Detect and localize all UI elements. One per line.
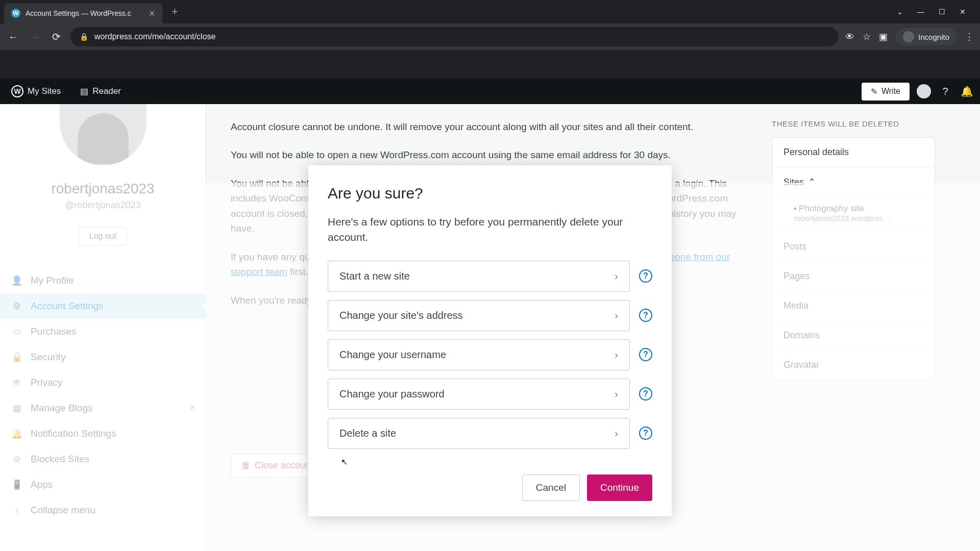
help-circle-icon[interactable]: ?: [639, 387, 652, 400]
menu-icon[interactable]: ⋮: [965, 31, 974, 42]
window-controls: ⌄ — ☐ ✕: [897, 8, 976, 16]
wordpress-favicon: W: [11, 9, 20, 18]
lock-icon: 🔒: [80, 33, 88, 41]
app-body: robertjonas2023 @robertjonas2023 Log out…: [0, 104, 980, 551]
tab-title: Account Settings — WordPress.c: [26, 9, 143, 17]
modal-actions: Cancel Continue: [328, 474, 652, 501]
window-maximize[interactable]: ☐: [939, 8, 945, 16]
masterbar: W My Sites ▤ Reader ✎ Write ? 🔔: [0, 79, 980, 104]
url-text: wordpress.com/me/account/close: [94, 32, 215, 41]
address-bar: ← → ⟳ 🔒 wordpress.com/me/account/close 👁…: [0, 23, 980, 50]
back-button[interactable]: ←: [6, 30, 20, 44]
reader-icon: ▤: [80, 86, 88, 97]
option-change-username[interactable]: Change your username ›: [328, 339, 630, 370]
tab-close-icon[interactable]: ✕: [149, 9, 155, 18]
window-minimize[interactable]: —: [917, 8, 924, 16]
help-circle-icon[interactable]: ?: [639, 269, 652, 283]
eye-off-icon[interactable]: 👁: [845, 32, 854, 42]
chevron-down-icon[interactable]: ⌄: [897, 8, 903, 16]
modal-title: Are you sure?: [328, 185, 652, 202]
url-input[interactable]: 🔒 wordpress.com/me/account/close: [70, 27, 838, 46]
incognito-badge[interactable]: Incognito: [896, 28, 957, 45]
chevron-right-icon: ›: [615, 310, 618, 321]
tab-bar: W Account Settings — WordPress.c ✕ + ⌄ —…: [0, 0, 980, 23]
write-label: Write: [881, 87, 900, 96]
option-delete-site[interactable]: Delete a site ›: [328, 418, 630, 449]
reload-button[interactable]: ⟳: [49, 30, 63, 44]
masterbar-my-sites[interactable]: W My Sites: [6, 85, 66, 97]
option-label: Start a new site: [339, 270, 410, 282]
browser-spacer: [0, 60, 980, 79]
chevron-right-icon: ›: [615, 428, 618, 439]
option-change-site-address[interactable]: Change your site's address ›: [328, 300, 630, 331]
wordpress-logo-icon: W: [11, 85, 23, 97]
new-tab-button[interactable]: +: [172, 5, 178, 18]
cancel-button[interactable]: Cancel: [522, 474, 580, 501]
chevron-right-icon: ›: [615, 388, 618, 400]
bookmark-icon[interactable]: ☆: [863, 31, 871, 42]
modal-backdrop[interactable]: Are you sure? Here's a few options to tr…: [0, 104, 980, 551]
continue-button[interactable]: Continue: [587, 474, 652, 501]
help-circle-icon[interactable]: ?: [639, 309, 652, 322]
help-icon[interactable]: ?: [938, 84, 952, 98]
option-label: Change your username: [339, 349, 446, 361]
option-change-password[interactable]: Change your password ›: [328, 379, 630, 410]
write-button[interactable]: ✎ Write: [862, 83, 910, 101]
confirm-close-modal: Are you sure? Here's a few options to tr…: [308, 165, 672, 516]
option-label: Change your password: [339, 388, 445, 400]
window-close[interactable]: ✕: [960, 8, 966, 16]
user-avatar[interactable]: [917, 84, 931, 98]
browser-chrome: W Account Settings — WordPress.c ✕ + ⌄ —…: [0, 0, 980, 60]
reader-label: Reader: [92, 86, 121, 96]
browser-tab[interactable]: W Account Settings — WordPress.c ✕: [4, 3, 162, 23]
option-label: Change your site's address: [339, 310, 463, 321]
option-start-new-site[interactable]: Start a new site ›: [328, 261, 630, 292]
incognito-label: Incognito: [918, 33, 949, 41]
help-circle-icon[interactable]: ?: [639, 427, 652, 440]
help-circle-icon[interactable]: ?: [639, 348, 652, 361]
forward-button[interactable]: →: [28, 30, 42, 44]
option-label: Delete a site: [339, 428, 396, 439]
chevron-right-icon: ›: [615, 270, 618, 282]
extensions-icon[interactable]: ▣: [879, 31, 888, 42]
chevron-right-icon: ›: [615, 349, 618, 361]
pencil-icon: ✎: [871, 87, 877, 96]
incognito-icon: [903, 31, 914, 42]
masterbar-reader[interactable]: ▤ Reader: [75, 86, 126, 97]
bell-icon[interactable]: 🔔: [960, 84, 974, 98]
my-sites-label: My Sites: [28, 86, 61, 96]
modal-subtitle: Here's a few options to try before you p…: [328, 214, 652, 245]
